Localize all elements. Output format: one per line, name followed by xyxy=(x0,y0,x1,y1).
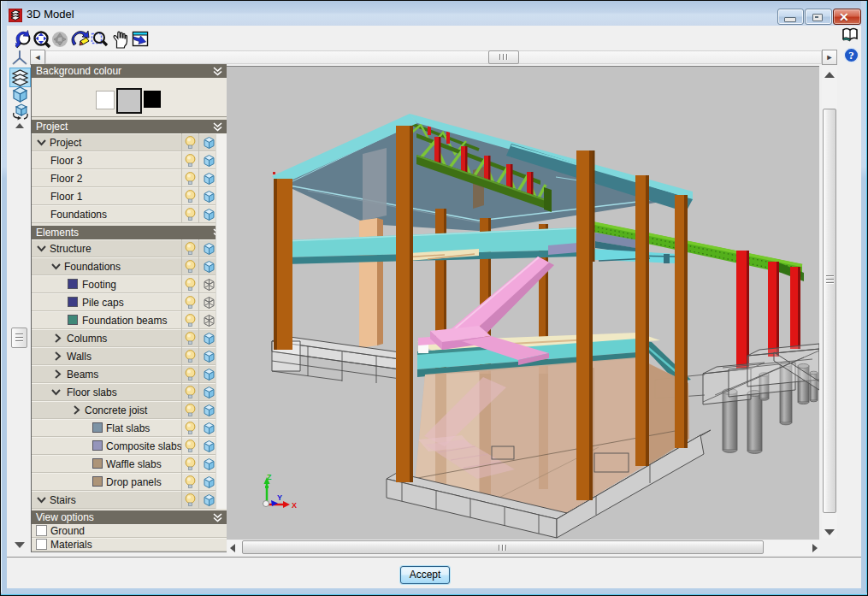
svg-text:Y: Y xyxy=(277,493,282,502)
svg-text:?: ? xyxy=(848,49,854,62)
svg-text:X: X xyxy=(292,501,297,510)
svg-text:Z: Z xyxy=(267,473,272,481)
